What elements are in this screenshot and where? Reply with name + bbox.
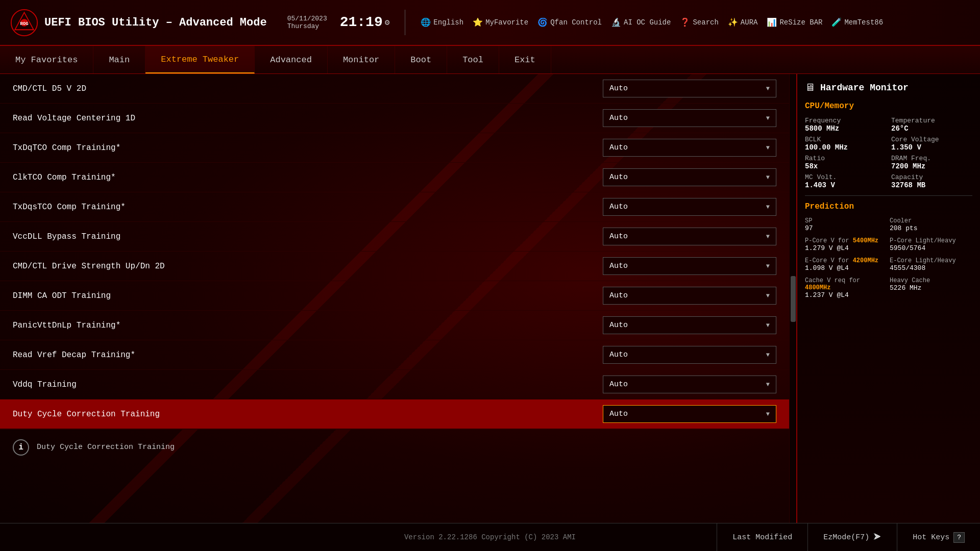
header-tools: 🌐 English ⭐ MyFavorite 🌀 Qfan Control 🔬 … xyxy=(421,17,970,28)
nav-my-favorites[interactable]: My Favorites xyxy=(0,46,93,73)
setting-control-read-voltage[interactable]: Auto ▼ xyxy=(603,109,776,127)
setting-control-duty-cycle[interactable]: Auto ▼ xyxy=(603,405,776,423)
chevron-down-icon: ▼ xyxy=(766,85,770,92)
svg-text:ROG: ROG xyxy=(20,21,29,27)
chevron-down-icon: ▼ xyxy=(766,381,770,388)
setting-row-read-voltage[interactable]: Read Voltage Centering 1D Auto ▼ xyxy=(0,104,789,133)
chevron-down-icon: ▼ xyxy=(766,204,770,211)
dropdown-txdqtco[interactable]: Auto ▼ xyxy=(603,139,776,157)
dropdown-read-voltage[interactable]: Auto ▼ xyxy=(603,109,776,127)
dropdown-clktco[interactable]: Auto ▼ xyxy=(603,168,776,186)
tool-aioc[interactable]: 🔬 AI OC Guide xyxy=(611,17,671,28)
cache-v-grid: Cache V req for 4800MHz 1.237 V @L4 Heav… xyxy=(805,277,972,299)
nav-boot[interactable]: Boot xyxy=(395,46,447,73)
setting-control-clktco[interactable]: Auto ▼ xyxy=(603,168,776,186)
ratio-stat: Ratio 58x xyxy=(805,155,886,170)
setting-row-panic-vtt[interactable]: PanicVttDnLp Training* Auto ▼ xyxy=(0,311,789,340)
setting-control-cmd-ctl-drive[interactable]: Auto ▼ xyxy=(603,257,776,275)
nav-main[interactable]: Main xyxy=(93,46,145,73)
ecore-v-row: E-Core V for 4200MHz 1.098 V @L4 E-Core … xyxy=(805,257,972,272)
setting-control-txdqstco[interactable]: Auto ▼ xyxy=(603,198,776,216)
ecore-v-grid: E-Core V for 4200MHz 1.098 V @L4 E-Core … xyxy=(805,257,972,272)
nav-extreme-tweaker[interactable]: Extreme Tweaker xyxy=(145,46,255,73)
dropdown-panic-vtt[interactable]: Auto ▼ xyxy=(603,316,776,334)
nav-tool[interactable]: Tool xyxy=(447,46,499,73)
dropdown-value: Auto xyxy=(609,114,628,122)
chevron-down-icon: ▼ xyxy=(766,322,770,329)
last-modified-button[interactable]: Last Modified xyxy=(717,523,807,551)
dropdown-vddq[interactable]: Auto ▼ xyxy=(603,375,776,393)
setting-label-txdqstco: TxDqsTCO Comp Training* xyxy=(13,203,603,212)
setting-row-cmd-ctl-drive[interactable]: CMD/CTL Drive Strength Up/Dn 2D Auto ▼ xyxy=(0,252,789,281)
chevron-down-icon: ▼ xyxy=(766,411,770,418)
temperature-stat: Temperature 26°C xyxy=(891,117,972,133)
setting-control-txdqtco[interactable]: Auto ▼ xyxy=(603,139,776,157)
setting-label-panic-vtt: PanicVttDnLp Training* xyxy=(13,321,603,330)
scrollbar-thumb[interactable] xyxy=(791,276,796,322)
setting-label-vddq: Vddq Training xyxy=(13,380,603,389)
dropdown-dimm-ca[interactable]: Auto ▼ xyxy=(603,287,776,305)
prediction-sp-cooler: SP 97 Cooler 208 pts xyxy=(805,217,972,232)
monitor-icon: 🖥 xyxy=(805,82,815,94)
setting-control-cmd-ctl-d5[interactable]: Auto ▼ xyxy=(603,80,776,97)
chevron-down-icon: ▼ xyxy=(766,263,770,270)
footer: Version 2.22.1286 Copyright (C) 2023 AMI… xyxy=(0,523,980,551)
tool-search-label: Search xyxy=(693,18,718,27)
core-voltage-stat: Core Voltage 1.350 V xyxy=(891,136,972,152)
settings-gear-icon[interactable]: ⚙ xyxy=(385,17,390,28)
dropdown-vccdll[interactable]: Auto ▼ xyxy=(603,228,776,245)
header-divider xyxy=(405,10,405,35)
header: ROG UEFI BIOS Utility – Advanced Mode 05… xyxy=(0,0,980,46)
setting-row-clktco[interactable]: ClkTCO Comp Training* Auto ▼ xyxy=(0,163,789,192)
tool-memtest[interactable]: 🧪 MemTest86 xyxy=(831,17,883,28)
tool-aura[interactable]: ✨ AURA xyxy=(728,17,758,28)
pcore-v-grid: P-Core V for 5400MHz 1.279 V @L4 P-Core … xyxy=(805,237,972,252)
cpu-memory-stats: Frequency 5800 MHz Temperature 26°C BCLK… xyxy=(805,117,972,189)
nav-exit[interactable]: Exit xyxy=(499,46,551,73)
footer-right: Last Modified EzMode(F7) ⮞ Hot Keys ? xyxy=(717,523,980,551)
chevron-down-icon: ▼ xyxy=(766,292,770,299)
setting-row-txdqtco[interactable]: TxDqTCO Comp Training* Auto ▼ xyxy=(0,133,789,163)
dropdown-value: Auto xyxy=(609,321,628,330)
nav-advanced[interactable]: Advanced xyxy=(255,46,328,73)
content-with-scroll: CMD/CTL D5 V 2D Auto ▼ Read Voltage Cent… xyxy=(0,74,796,523)
chevron-down-icon: ▼ xyxy=(766,174,770,181)
setting-row-read-vref[interactable]: Read Vref Decap Training* Auto ▼ xyxy=(0,340,789,370)
dropdown-duty-cycle[interactable]: Auto ▼ xyxy=(603,405,776,423)
capacity-stat: Capacity 32768 MB xyxy=(891,173,972,189)
dropdown-cmd-ctl-drive[interactable]: Auto ▼ xyxy=(603,257,776,275)
date-label: 05/11/2023 Thursday xyxy=(287,15,327,30)
setting-label-txdqtco: TxDqTCO Comp Training* xyxy=(13,143,603,153)
dropdown-cmd-ctl-d5[interactable]: Auto ▼ xyxy=(603,80,776,97)
ez-mode-button[interactable]: EzMode(F7) ⮞ xyxy=(807,523,897,551)
setting-control-panic-vtt[interactable]: Auto ▼ xyxy=(603,316,776,334)
fan-icon: 🌀 xyxy=(537,17,548,28)
hot-keys-label: Hot Keys xyxy=(913,533,949,542)
chevron-down-icon: ▼ xyxy=(766,352,770,359)
scrollbar-track[interactable] xyxy=(789,74,796,523)
setting-row-vccdll[interactable]: VccDLL Bypass Training Auto ▼ xyxy=(0,222,789,252)
dropdown-value: Auto xyxy=(609,203,628,211)
nav-monitor[interactable]: Monitor xyxy=(328,46,395,73)
tool-english[interactable]: 🌐 English xyxy=(421,17,463,28)
setting-row-vddq[interactable]: Vddq Training Auto ▼ xyxy=(0,370,789,399)
dropdown-txdqstco[interactable]: Auto ▼ xyxy=(603,198,776,216)
setting-control-dimm-ca[interactable]: Auto ▼ xyxy=(603,287,776,305)
setting-label-read-vref: Read Vref Decap Training* xyxy=(13,350,603,360)
tool-resizebar[interactable]: 📊 ReSize BAR xyxy=(767,17,822,28)
setting-row-dimm-ca[interactable]: DIMM CA ODT Training Auto ▼ xyxy=(0,281,789,311)
tool-search[interactable]: ❓ Search xyxy=(680,17,718,28)
cpu-memory-section-title: CPU/Memory xyxy=(805,102,972,111)
setting-control-read-vref[interactable]: Auto ▼ xyxy=(603,346,776,364)
hot-keys-button[interactable]: Hot Keys ? xyxy=(897,523,980,551)
setting-control-vccdll[interactable]: Auto ▼ xyxy=(603,228,776,245)
setting-control-vddq[interactable]: Auto ▼ xyxy=(603,375,776,393)
setting-row-cmd-ctl-d5[interactable]: CMD/CTL D5 V 2D Auto ▼ xyxy=(0,74,789,104)
tool-myfavorite[interactable]: ⭐ MyFavorite xyxy=(473,17,528,28)
tool-qfan[interactable]: 🌀 Qfan Control xyxy=(537,17,602,28)
dropdown-read-vref[interactable]: Auto ▼ xyxy=(603,346,776,364)
setting-row-txdqstco[interactable]: TxDqsTCO Comp Training* Auto ▼ xyxy=(0,192,789,222)
search-icon: ❓ xyxy=(680,17,690,28)
setting-row-duty-cycle[interactable]: Duty Cycle Correction Training Auto ▼ xyxy=(0,399,789,429)
panel-divider xyxy=(805,195,972,196)
